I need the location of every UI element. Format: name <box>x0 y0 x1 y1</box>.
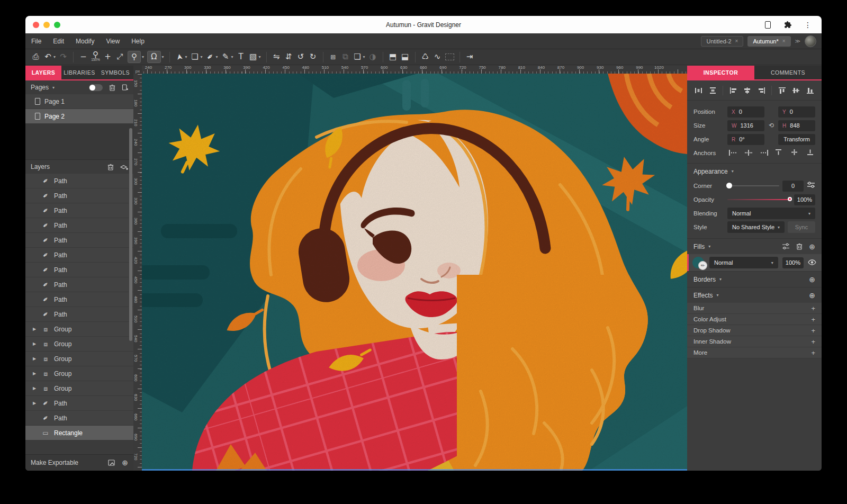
position-y-field[interactable]: Y0 <box>778 106 815 118</box>
add-effect-icon[interactable]: ⊕ <box>809 291 815 300</box>
zoom-in-icon[interactable]: + ▾ <box>103 53 112 61</box>
menu-item[interactable]: Modify <box>70 38 100 45</box>
layer-row[interactable]: ▶ ✒ ⧈ ▭ Path <box>25 248 133 263</box>
brush-tool-icon[interactable]: ✎ ▾ <box>221 53 233 61</box>
layer-row[interactable]: ▶ ✒ ⧈ ▭ Group <box>25 337 133 352</box>
zoom-out-icon[interactable]: − ▾ <box>79 53 88 61</box>
delete-fill-icon[interactable] <box>796 243 803 250</box>
pages-visibility-toggle[interactable] <box>89 84 103 91</box>
anchor-top-icon[interactable] <box>775 148 782 158</box>
add-effect-plus-icon[interactable]: + <box>811 304 815 312</box>
dropdown-caret-icon[interactable]: ▾ <box>53 55 56 59</box>
tab-overflow-icon[interactable]: ≫ <box>795 38 800 44</box>
blending-select[interactable]: Normal▾ <box>727 208 815 219</box>
sync-button[interactable]: Sync <box>788 221 815 233</box>
add-layer-icon[interactable] <box>120 164 128 170</box>
dropdown-caret-icon[interactable]: ▾ <box>363 55 365 59</box>
layer-row[interactable]: ▶ ✒ ⧈ ▭ Path <box>25 396 133 411</box>
menu-item[interactable]: Edit <box>47 38 70 45</box>
effect-row[interactable]: Drop Shadow + <box>687 325 822 336</box>
document-tab[interactable]: Autumun* × <box>747 36 790 47</box>
canvas-artwork[interactable] <box>142 74 687 471</box>
expand-arrow-icon[interactable]: ▶ <box>33 327 37 331</box>
position-x-field[interactable]: X0 <box>727 106 764 118</box>
effects-header[interactable]: Effects ▾ ⊕ <box>687 287 822 303</box>
rotate-ccw-icon[interactable]: ↺ ▾ <box>296 53 305 61</box>
vertical-ruler[interactable]: 1501802102402703003303603904204504805105… <box>133 74 142 471</box>
export-icon[interactable]: ⇥ ▾ <box>465 53 474 61</box>
transform-button[interactable]: Transform <box>778 134 815 145</box>
expand-arrow-icon[interactable]: ▶ <box>33 401 37 406</box>
flip-horizontal-icon[interactable]: ⇋ ▾ <box>272 53 281 61</box>
layers-scrollbar[interactable] <box>129 128 132 341</box>
corner-value-field[interactable]: 0 <box>782 181 804 192</box>
align-top-icon[interactable] <box>778 87 786 94</box>
add-effect-plus-icon[interactable]: + <box>811 338 815 346</box>
align-left-icon[interactable] <box>729 87 737 94</box>
undo-icon[interactable]: ↶ ▾ <box>43 53 56 61</box>
expand-arrow-icon[interactable]: ▶ <box>33 341 37 346</box>
delete-layer-icon[interactable] <box>107 164 114 170</box>
layer-row[interactable]: ▶ ✒ ⧈ ▭ Path <box>25 203 133 218</box>
text-tool-icon[interactable]: T ▾ <box>237 53 246 61</box>
menu-item[interactable]: File <box>25 38 47 45</box>
fill-color-swatch[interactable]: ✎ <box>692 256 705 269</box>
document-tab[interactable]: Untitled-2 × <box>701 36 743 47</box>
make-exportable-bar[interactable]: Make Exportable ⊕ <box>25 454 133 471</box>
panel-tab[interactable]: LIBRARIES <box>61 66 97 79</box>
convert-anchor-icon[interactable]: ♺ ▾ <box>421 53 430 61</box>
fill-opacity-field[interactable]: 100% <box>782 257 804 268</box>
panel-tab[interactable]: LAYERS <box>25 66 61 79</box>
anchor-left-icon[interactable] <box>728 148 737 158</box>
expand-arrow-icon[interactable]: ▶ <box>33 386 37 391</box>
marquee-icon[interactable]: ▾ <box>445 53 454 60</box>
select-tool-icon[interactable]: ➤ ▾ <box>175 53 187 61</box>
lock-ratio-icon[interactable]: ⟲ <box>769 122 774 129</box>
ungroup-icon[interactable]: ⧉ ▾ <box>341 53 350 61</box>
close-tab-icon[interactable]: × <box>735 38 738 44</box>
fit-canvas-icon[interactable]: ⤢ ▾ <box>115 53 124 61</box>
add-export-icon[interactable]: ⊕ <box>122 458 128 467</box>
zoom-level-icon[interactable]: ⚲ ▾ 150% <box>91 51 100 63</box>
angle-field[interactable]: R0° <box>727 134 764 145</box>
zoom-tool-icon[interactable]: ⚲ ▾ <box>128 51 144 63</box>
dropdown-caret-icon[interactable]: ▾ <box>185 55 187 59</box>
dropdown-caret-icon[interactable]: ▾ <box>259 55 261 59</box>
size-width-field[interactable]: W1316 <box>727 120 764 131</box>
anchor-bottom-icon[interactable] <box>807 148 814 158</box>
inspector-tab[interactable]: INSPECTOR <box>687 66 754 79</box>
dropdown-caret-icon[interactable]: ▾ <box>162 55 164 59</box>
layer-row[interactable]: ▶ ✒ ⧈ ▭ Group <box>25 381 133 396</box>
save-icon[interactable]: ⎙ ▾ <box>31 53 40 61</box>
browser-menu-icon[interactable]: ⋮ <box>804 21 812 29</box>
effect-row[interactable]: Inner Shadow + <box>687 336 822 347</box>
effect-row[interactable]: Blur + <box>687 303 822 314</box>
ruler-unit[interactable]: px <box>133 66 142 74</box>
align-right-icon[interactable] <box>758 87 765 94</box>
expand-arrow-icon[interactable]: ▶ <box>33 371 37 376</box>
close-tab-icon[interactable]: × <box>782 38 786 44</box>
dropdown-caret-icon[interactable]: ▾ <box>142 55 144 59</box>
align-bottom-icon[interactable] <box>806 87 814 94</box>
layer-row[interactable]: ▶ ✒ ⧈ ▭ Path <box>25 263 133 277</box>
effect-row[interactable]: Color Adjust + <box>687 314 822 325</box>
add-fill-icon[interactable]: ⊕ <box>809 242 815 251</box>
distribute-vertical-icon[interactable] <box>709 87 717 94</box>
redo-icon[interactable]: ↷ ▾ <box>59 53 68 61</box>
layer-row[interactable]: ▶ ✒ ⧈ ▭ Rectangle <box>25 426 133 440</box>
opacity-slider[interactable] <box>727 199 791 200</box>
layer-row[interactable]: ▶ ✒ ⧈ ▭ Path <box>25 307 133 322</box>
inspector-tab[interactable]: COMMENTS <box>754 66 822 79</box>
add-effect-plus-icon[interactable]: + <box>811 327 815 335</box>
delete-page-icon[interactable] <box>109 84 115 91</box>
anchor-center-h-icon[interactable] <box>744 148 753 158</box>
effect-row[interactable]: More + <box>687 347 822 358</box>
distribute-horizontal-icon[interactable] <box>695 87 702 94</box>
borders-header[interactable]: Borders ▾ ⊕ <box>687 271 822 287</box>
layer-row[interactable]: ▶ ✒ ⧈ ▭ Path <box>25 277 133 292</box>
group-icon[interactable]: ⧈ ▾ <box>329 53 338 61</box>
layer-row[interactable]: ▶ ✒ ⧈ ▭ Path <box>25 218 133 233</box>
layer-row[interactable]: ▶ ✒ ⧈ ▭ Path <box>25 174 133 188</box>
anchor-right-icon[interactable] <box>760 148 769 158</box>
layer-row[interactable]: ▶ ✒ ⧈ ▭ Path <box>25 292 133 307</box>
